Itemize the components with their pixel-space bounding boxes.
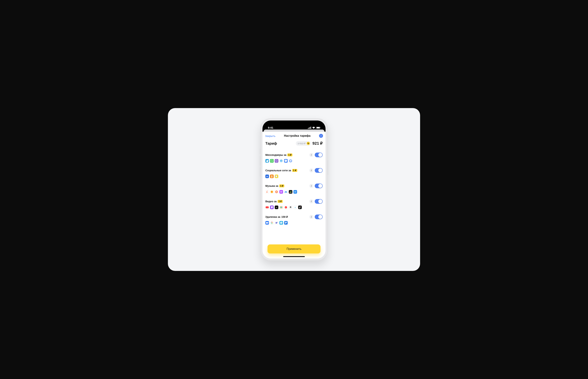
vk-icon <box>265 174 269 178</box>
yt-shorts-icon <box>284 205 288 209</box>
option-toggle[interactable] <box>315 153 323 157</box>
status-time: 9:41 <box>268 126 273 129</box>
option-title: Музыка за1 ₽ <box>265 185 284 187</box>
shazam-icon <box>293 190 297 194</box>
tariff-label: Тариф <box>265 142 277 145</box>
canvas: 9:41 Закрыть Настройка тарифа i Тариф <box>168 108 420 271</box>
old-price: 1 512 ₽ <box>298 142 305 145</box>
telegram-icon <box>265 159 269 163</box>
zvuk-icon <box>279 190 283 194</box>
apply-button[interactable]: Применить <box>268 244 320 253</box>
nav-bar: Закрыть Настройка тарифа i <box>262 132 326 140</box>
option-price: 159 ₽ <box>281 215 288 218</box>
option-toggle[interactable] <box>315 199 323 204</box>
tiktok-icon <box>298 205 302 209</box>
twitch-icon <box>270 205 274 209</box>
svg-rect-51 <box>317 127 320 128</box>
option-price-badge: 1 ₽ <box>292 169 297 172</box>
option-app-icons <box>265 190 323 194</box>
messenger-icon <box>284 159 288 163</box>
svg-rect-47 <box>309 127 309 129</box>
background-card-hint <box>262 130 326 132</box>
current-price: 921 ₽ <box>312 141 323 146</box>
option-app-icons <box>265 174 323 178</box>
option-app-icons <box>265 221 323 225</box>
imo-icon <box>289 159 292 163</box>
ok-icon <box>270 174 274 178</box>
option-toggle[interactable] <box>315 168 323 173</box>
option-toggle[interactable] <box>315 215 323 219</box>
home-indicator[interactable] <box>283 256 305 257</box>
option-row: Социальные сети за1 ₽i <box>265 166 323 181</box>
tariff-summary: Тариф 1 512 ₽ % 921 ₽ <box>262 140 326 149</box>
tamtam-icon <box>279 159 283 163</box>
snapchat-icon <box>275 174 278 178</box>
info-icon[interactable]: i <box>319 134 323 138</box>
whatsapp-icon <box>270 159 274 163</box>
svg-rect-48 <box>310 127 310 129</box>
option-info-icon[interactable]: i <box>309 168 313 172</box>
battery-icon <box>316 127 321 129</box>
option-price-badge: 1 ₽ <box>279 185 284 187</box>
rutube-icon <box>289 205 292 209</box>
option-title: Удаленка за 159 ₽ <box>265 215 288 218</box>
close-button[interactable]: Закрыть <box>265 134 275 137</box>
vimeo-icon <box>293 205 297 209</box>
yandex-music-icon <box>270 190 274 194</box>
svg-rect-52 <box>320 127 321 128</box>
zoom-icon <box>265 221 269 225</box>
teams-icon <box>275 221 278 225</box>
option-row: Удаленка за 159 ₽i <box>265 212 323 227</box>
options-list: Мессенджеры за1 ₽iСоциальные сети за1 ₽i… <box>262 149 326 242</box>
option-row: Мессенджеры за1 ₽i <box>265 150 323 166</box>
podcast-icon <box>284 190 288 194</box>
apple-tv-icon <box>275 205 278 209</box>
phone-frame: 9:41 Закрыть Настройка тарифа i Тариф <box>260 118 328 261</box>
boom-icon <box>275 190 278 194</box>
option-price-badge: 1 ₽ <box>278 200 283 203</box>
option-title: Мессенджеры за1 ₽ <box>265 154 292 156</box>
page-title: Настройка тарифа <box>284 134 310 137</box>
apple-music-icon <box>265 190 269 194</box>
viber-icon <box>275 159 278 163</box>
wifi-icon <box>312 127 315 129</box>
cellular-icon <box>308 127 311 129</box>
option-info-icon[interactable]: i <box>309 215 313 219</box>
status-indicators <box>308 127 321 129</box>
svg-rect-49 <box>311 127 311 129</box>
sheet: Закрыть Настройка тарифа i Тариф 1 512 ₽… <box>262 132 326 258</box>
option-title: Видео за1 ₽ <box>265 200 283 203</box>
svg-rect-46 <box>308 128 308 129</box>
option-info-icon[interactable]: i <box>309 153 313 157</box>
screen: 9:41 Закрыть Настройка тарифа i Тариф <box>262 121 326 258</box>
kinopoisk-icon <box>279 205 283 209</box>
deezer-icon <box>289 190 292 194</box>
option-app-icons <box>265 205 323 209</box>
status-bar: 9:41 <box>262 121 326 130</box>
skype-icon <box>279 221 283 225</box>
option-info-icon[interactable]: i <box>309 184 313 188</box>
option-row: Музыка за1 ₽i <box>265 181 323 197</box>
option-row: Видео за1 ₽i <box>265 197 323 212</box>
option-price-badge: 1 ₽ <box>287 154 292 156</box>
discount-pill: 1 512 ₽ % <box>296 141 311 146</box>
slack-icon <box>270 221 274 225</box>
option-title: Социальные сети за1 ₽ <box>265 169 297 172</box>
option-info-icon[interactable]: i <box>309 199 313 203</box>
option-toggle[interactable] <box>315 184 323 188</box>
youtube-icon <box>265 205 269 209</box>
option-app-icons <box>265 159 323 163</box>
trello-icon <box>284 221 288 225</box>
percent-icon: % <box>307 142 310 145</box>
